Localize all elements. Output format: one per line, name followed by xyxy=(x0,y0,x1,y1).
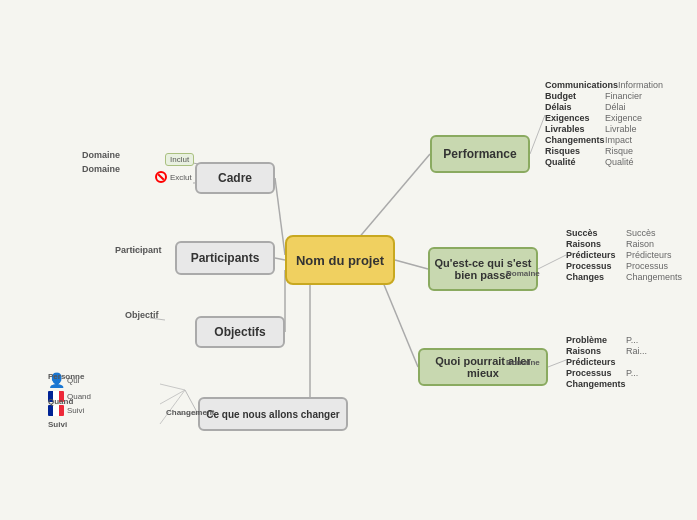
performance-node: Performance xyxy=(430,135,530,173)
label-processus-passe: Processus Processus xyxy=(566,261,682,271)
center-label: Nom du projet xyxy=(296,253,384,268)
svg-line-11 xyxy=(548,360,566,367)
svg-line-19 xyxy=(160,390,185,424)
cadre-left-items: Domaine Domaine xyxy=(82,150,124,178)
cadre-node: Cadre xyxy=(195,162,275,194)
objectifs-label: Objectifs xyxy=(214,325,265,339)
inclut-badge: Inclut xyxy=(165,153,194,166)
svg-line-1 xyxy=(275,178,285,255)
changer-suivi-label: Suivi xyxy=(48,420,67,429)
no-icon xyxy=(155,171,167,183)
mieux-labels: Problème P... Raisons Rai... Prédicteurs… xyxy=(566,335,647,390)
changer-node: Ce que nous allons changer xyxy=(198,397,348,431)
svg-line-7 xyxy=(395,260,428,269)
changer-personne-label: Personne xyxy=(48,372,84,381)
changer-quand-label: Quand xyxy=(48,397,73,406)
exclut-badge: Exclut xyxy=(155,171,192,183)
changer-suivi: Suivi xyxy=(48,405,91,416)
performance-labels: Communications Information Budget Financ… xyxy=(545,80,663,168)
flag-fr-icon-suivi xyxy=(48,405,64,416)
changer-label: Ce que nous allons changer xyxy=(206,409,339,420)
label-predicteurs-mieux: Prédicteurs xyxy=(566,357,647,367)
label-succes: Succès Succès xyxy=(566,228,682,238)
domaine-mieux-label: Domaine xyxy=(506,358,540,367)
label-processus-mieux: Processus P... xyxy=(566,368,647,378)
label-raisons-mieux: Raisons Rai... xyxy=(566,346,647,356)
label-changements-perf: Changements Impact xyxy=(545,135,663,145)
label-communications: Communications Information xyxy=(545,80,663,90)
svg-line-10 xyxy=(538,255,566,269)
passe-labels: Succès Succès Raisons Raison Prédicteurs… xyxy=(566,228,682,283)
label-raisons-passe: Raisons Raison xyxy=(566,239,682,249)
label-predicteurs-passe: Prédicteurs Prédicteurs xyxy=(566,250,682,260)
label-changements-mieux: Changements xyxy=(566,379,647,389)
participants-node: Participants xyxy=(175,241,275,275)
svg-line-18 xyxy=(160,390,185,404)
svg-line-17 xyxy=(160,384,185,390)
label-budget: Budget Financier xyxy=(545,91,663,101)
participants-label: Participants xyxy=(191,251,260,265)
changement-label: Changement xyxy=(166,408,214,417)
objectif-label: Objectif xyxy=(125,310,159,320)
svg-line-9 xyxy=(530,115,545,154)
label-probleme: Problème P... xyxy=(566,335,647,345)
label-exigences: Exigences Exigence xyxy=(545,113,663,123)
cadre-label: Cadre xyxy=(218,171,252,185)
cadre-domaine-exclut: Domaine xyxy=(82,164,124,174)
label-delais: Délais Délai xyxy=(545,102,663,112)
domaine-passe-label: Domaine xyxy=(506,269,540,278)
objectifs-node: Objectifs xyxy=(195,316,285,348)
center-node: Nom du projet xyxy=(285,235,395,285)
participant-label: Participant xyxy=(115,245,162,255)
svg-line-8 xyxy=(380,275,418,367)
quoi-mieux-node: Quoi pourrait aller mieux xyxy=(418,348,548,386)
performance-label: Performance xyxy=(443,147,516,161)
label-livrables: Livrables Livrable xyxy=(545,124,663,134)
svg-line-4 xyxy=(275,258,285,260)
label-qualite: Qualité Qualité xyxy=(545,157,663,167)
cadre-domaine-inclut: Domaine xyxy=(82,150,124,160)
label-changes: Changes Changements xyxy=(566,272,682,282)
label-risques: Risques Risque xyxy=(545,146,663,156)
